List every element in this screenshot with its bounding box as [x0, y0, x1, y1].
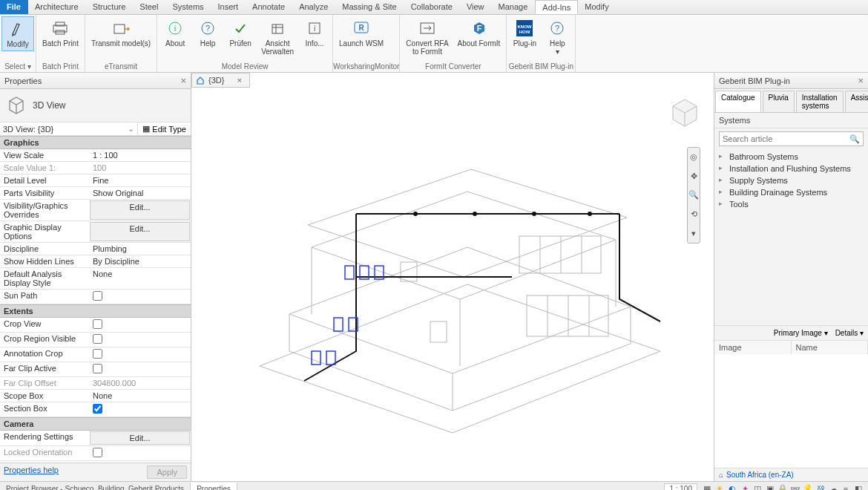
- property-value[interactable]: Plumbing: [89, 243, 191, 255]
- property-value[interactable]: None: [89, 390, 191, 402]
- property-value[interactable]: [89, 318, 191, 332]
- tree-item[interactable]: Building Drainage Systems: [719, 186, 864, 198]
- col-image[interactable]: Image: [714, 341, 792, 354]
- constraints-icon[interactable]: ⛓: [815, 484, 826, 491]
- tab-steel[interactable]: Steel: [133, 0, 165, 14]
- ribbon-about-button[interactable]: iAbout: [159, 16, 191, 50]
- property-value[interactable]: Edit...: [90, 222, 190, 241]
- property-checkbox[interactable]: [93, 334, 102, 344]
- property-value[interactable]: [89, 333, 191, 347]
- property-checkbox[interactable]: [93, 364, 102, 373]
- model-graphics-icon[interactable]: ▦: [702, 484, 712, 491]
- orbit-icon[interactable]: ⟲: [691, 209, 697, 219]
- locale-selector[interactable]: ⌂ South Africa (en-ZA): [714, 468, 868, 481]
- drawing-canvas[interactable]: {3D} ×: [191, 73, 714, 481]
- lock-icon[interactable]: 🔒: [777, 484, 788, 491]
- property-value[interactable]: By Discipline: [89, 255, 191, 267]
- ribbon-batchprint-button[interactable]: Batch Print: [38, 16, 83, 50]
- steering-wheel-icon[interactable]: ◎: [690, 152, 697, 162]
- details-dropdown[interactable]: Details ▾: [835, 329, 864, 337]
- tab-install-sys[interactable]: Installation systems: [796, 91, 844, 112]
- ribbon-convert-button[interactable]: Convert RFAto FormIt: [401, 16, 453, 58]
- property-checkbox[interactable]: [93, 319, 102, 329]
- ribbon-plugin-button[interactable]: KNOWHOWPlug-in: [508, 16, 541, 50]
- ribbon-aboutformit-button[interactable]: FAbout FormIt: [453, 16, 505, 50]
- tab-collaborate[interactable]: Collaborate: [404, 0, 460, 14]
- close-icon[interactable]: ×: [858, 75, 864, 86]
- property-checkbox[interactable]: [93, 349, 102, 359]
- property-value[interactable]: Edit...: [90, 200, 190, 220]
- ribbon-prufen-button[interactable]: Prüfen: [224, 16, 257, 50]
- ribbon-transmit-button[interactable]: Transmit model(s): [87, 16, 155, 50]
- model-view[interactable]: [191, 88, 714, 481]
- temp-hide-icon[interactable]: 👓: [790, 484, 800, 491]
- cloud-icon[interactable]: ☁: [828, 484, 838, 491]
- chevron-down-icon[interactable]: ▾: [691, 229, 696, 238]
- close-icon[interactable]: ×: [237, 76, 241, 85]
- view-scale[interactable]: 1 : 100: [664, 483, 697, 490]
- property-value[interactable]: 1 : 100: [89, 149, 191, 161]
- pan-icon[interactable]: ✥: [691, 172, 697, 181]
- properties-help-link[interactable]: Properties help: [4, 466, 59, 479]
- tab-analyze[interactable]: Analyze: [292, 0, 335, 14]
- ribbon-help-button[interactable]: ?Help: [191, 16, 224, 50]
- tab-insert[interactable]: Insert: [211, 0, 246, 14]
- tab-catalogue[interactable]: Catalogue: [715, 91, 761, 112]
- property-value[interactable]: Fine: [89, 174, 191, 186]
- type-selector[interactable]: 3D View: [0, 89, 191, 122]
- apply-button[interactable]: Apply: [147, 466, 187, 479]
- tab-massing-site[interactable]: Massing & Site: [335, 0, 404, 14]
- reveal-icon[interactable]: 💡: [803, 484, 813, 491]
- ribbon-verwalten-button[interactable]: AnsichtVerwalten: [257, 16, 298, 58]
- property-value[interactable]: [89, 402, 191, 416]
- navigation-bar[interactable]: ◎ ✥ 🔍 ⟲ ▾: [687, 147, 700, 244]
- edit-type-button[interactable]: ▦ Edit Type: [137, 122, 191, 135]
- zoom-icon[interactable]: 🔍: [688, 190, 699, 200]
- view-cube[interactable]: [665, 95, 705, 135]
- crop-icon[interactable]: ◫: [752, 484, 763, 491]
- ribbon-ghelp-button[interactable]: ?Help▾: [541, 16, 573, 58]
- tab-annotate[interactable]: Annotate: [246, 0, 292, 14]
- highlight-icon[interactable]: ◧: [853, 484, 864, 491]
- tab-properties[interactable]: Properties: [191, 483, 237, 490]
- tab-pluvia[interactable]: Pluvia: [763, 91, 795, 112]
- property-value[interactable]: Edit...: [90, 431, 190, 445]
- ribbon-info-button[interactable]: iInfo...: [298, 16, 331, 50]
- tab-view[interactable]: View: [460, 0, 492, 14]
- search-icon[interactable]: 🔍: [846, 134, 863, 144]
- property-value[interactable]: [89, 362, 191, 376]
- analytical-icon[interactable]: ≡: [841, 484, 851, 491]
- property-value[interactable]: Show Original: [89, 187, 191, 199]
- tab-project-browser[interactable]: Project Browser - Schueco_Building_Geber…: [0, 483, 191, 490]
- shadow-icon[interactable]: ◐: [727, 484, 737, 491]
- property-checkbox[interactable]: [93, 291, 102, 301]
- render-icon[interactable]: ✦: [740, 484, 750, 491]
- property-value[interactable]: [89, 347, 191, 362]
- crop-region-icon[interactable]: ▣: [765, 484, 775, 491]
- close-icon[interactable]: ×: [180, 75, 186, 86]
- tab-manage[interactable]: Manage: [492, 0, 536, 14]
- tab-file[interactable]: File: [0, 0, 28, 14]
- view-tab-3d[interactable]: {3D} ×: [191, 73, 250, 88]
- tab-structure[interactable]: Structure: [86, 0, 134, 14]
- property-checkbox[interactable]: [93, 404, 102, 414]
- property-value[interactable]: [89, 290, 191, 304]
- tab-modify[interactable]: Modify: [578, 0, 616, 14]
- tree-item[interactable]: Installation and Flushing Systems: [719, 163, 864, 174]
- tab-assistants[interactable]: Assistants: [845, 91, 868, 112]
- col-name[interactable]: Name: [792, 341, 869, 354]
- tab-systems[interactable]: Systems: [165, 0, 211, 14]
- tab-addins[interactable]: Add-Ins: [535, 0, 578, 14]
- family-instance-select[interactable]: 3D View: {3D}: [0, 123, 125, 135]
- property-value[interactable]: None: [89, 268, 191, 289]
- ribbon-modify-button[interactable]: Modify: [1, 16, 34, 51]
- tree-item[interactable]: Bathroom Systems: [719, 151, 864, 163]
- sun-icon[interactable]: ☀: [714, 484, 725, 491]
- tab-architecture[interactable]: Architecture: [28, 0, 86, 14]
- tree-item[interactable]: Tools: [719, 198, 864, 210]
- primary-image-dropdown[interactable]: Primary Image ▾: [774, 329, 828, 337]
- chevron-down-icon[interactable]: ⌄: [125, 124, 137, 134]
- tree-item[interactable]: Supply Systems: [719, 174, 864, 186]
- search-input[interactable]: [720, 132, 846, 146]
- ribbon-wsm-button[interactable]: RLaunch WSM: [335, 16, 388, 50]
